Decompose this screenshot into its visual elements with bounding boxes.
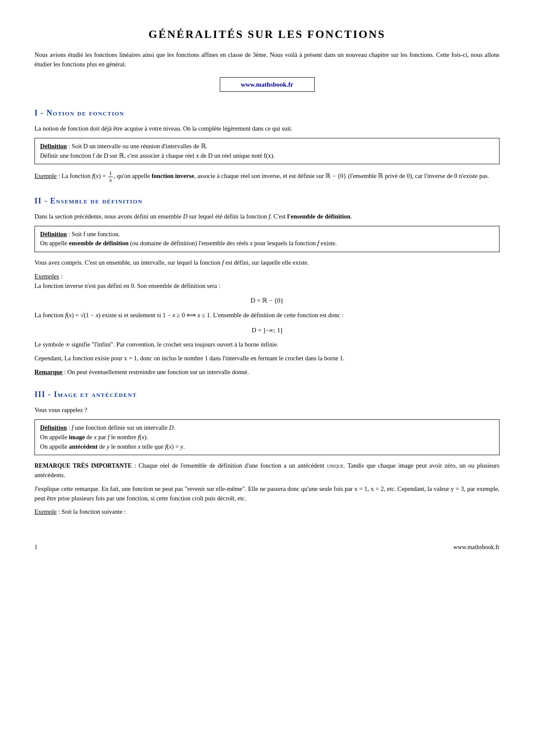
math2-text: D = ]−∞; 1] [252,327,282,334]
section-II: II - Ensemble de définition Dans la sect… [34,195,500,377]
section-I-intro: La notion de fonction doit déjà être acq… [34,124,500,134]
def-III-label: Définition [40,424,67,431]
page-title: Généralités sur les fonctions [34,26,500,43]
section-III-explanation: J'explique cette remarque. En fait, une … [34,484,500,503]
example-III-text: : Soit la fonction suivante : [58,508,126,515]
section-II-text3: Cependant, La fonction existe pour x = 1… [34,354,500,363]
section-II-definition-box: Définition : Soit f une fonction. On app… [34,226,500,253]
section-II-text1: Vous avez compris. C'est un ensemble, un… [34,258,500,268]
intro-paragraph: Nous avions étudié les fonctions linéair… [34,50,500,69]
section-II-title-text: - Ensemble de définition [44,197,143,205]
remarque-II-label: Remarque [34,369,62,375]
def-II-line1-text: : Soit f une fonction. [69,231,120,237]
math1-text: D = ℝ − {0} [250,297,284,304]
examples-II-underline: Exemples [34,273,59,280]
footer-website: www.mathsbook.fr [453,543,500,552]
page-footer: 1 www.mathsbook.fr [34,543,500,552]
remarque-importante-label: Remarque très importante [34,462,132,469]
def-III-line2: On appelle image de x par f le nombre f(… [40,434,148,440]
section-III: III - Image et antécédent Vous vous rapp… [34,389,500,517]
section-II-math2: D = ]−∞; 1] [34,325,500,335]
section-III-num: III [34,390,46,399]
def-III-line3: On appelle antécédent de y le nombre x t… [40,443,185,450]
def-I-line1-text: : Soit D un intervalle ou une réunion d'… [69,143,208,150]
def-II-label: Définition [40,231,67,237]
section-I-title-text: - Notion de fonction [41,109,125,117]
remarque-II-text: : On peut éventuellement restreindre une… [64,369,249,375]
section-III-remarque-importante: Remarque très importante : Chaque réel d… [34,461,500,480]
def-I-label: Définition [40,143,67,150]
page-number: 1 [34,543,37,552]
def-III-line1-text: : f une fonction définie sur un interval… [69,424,175,431]
section-II-text2: Le symbole ∞ signifie "l'infini". Par co… [34,340,500,350]
section-II-remarque: Remarque : On peut éventuellement restre… [34,368,500,377]
section-I-num: I [34,109,38,117]
section-III-intro: Vous vous rappelez ? [34,406,500,415]
section-II-num: II [34,197,42,205]
example-I-label: Exemple [34,172,57,179]
def-II-line2: On appelle ensemble de définition (ou do… [40,240,337,247]
def-I-line2: Définir une fonction f de D sur ℝ, c'est… [40,152,275,159]
section-II-math1: D = ℝ − {0} [34,296,500,306]
section-I-example: Exemple : La fonction f(x) = 1x, qu'on a… [34,170,500,183]
section-III-example: Exemple : Soit la fonction suivante : [34,507,500,517]
section-III-title: III - Image et antécédent [34,389,500,400]
example-III-label: Exemple [34,508,57,515]
section-I-definition-box: Définition : Soit D un intervalle ou une… [34,138,500,165]
section-I: I - Notion de fonction La notion de fonc… [34,107,500,183]
website-link-box[interactable]: www.mathsbook.fr [220,77,315,92]
section-III-title-text: - Image et antécédent [48,390,137,399]
section-III-definition-box: Définition : f une fonction définie sur … [34,419,500,455]
section-I-title: I - Notion de fonction [34,107,500,119]
section-II-title: II - Ensemble de définition [34,195,500,207]
example-I-text: : La fonction f(x) = 1x, qu'on appelle f… [58,172,489,179]
section-II-examples-label: Exemples : La fonction inverse n'est pas… [34,272,500,291]
section-II-example2-text: La fonction f(x) = √(1 − x) existe si et… [34,311,500,320]
section-II-intro: Dans la section précédente, nous avons d… [34,212,500,222]
